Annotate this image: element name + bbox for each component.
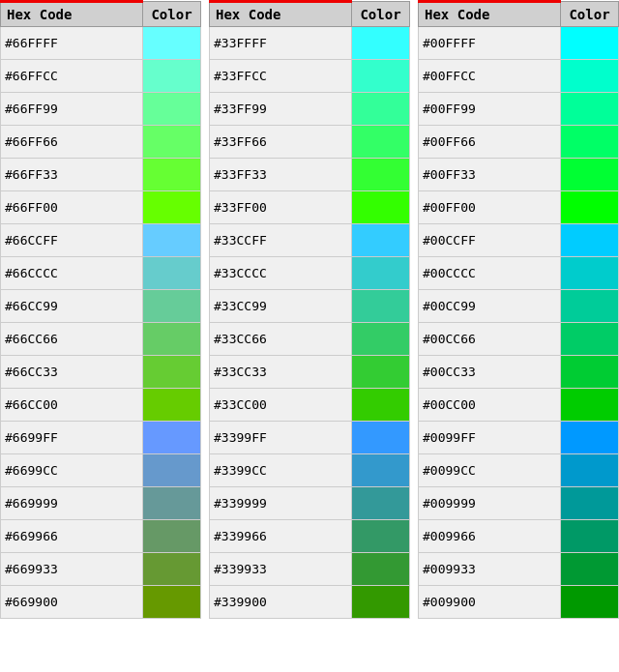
hex-code-cell: #00FF33: [419, 159, 561, 191]
color-swatch-cell: [143, 422, 201, 454]
color-swatch-cell: [352, 191, 410, 224]
hex-code-cell: #00CC66: [419, 323, 561, 356]
hex-code-cell: #6699CC: [1, 454, 143, 487]
table-row: #66FF66: [1, 126, 201, 159]
hex-code-cell: #66FF66: [1, 126, 143, 159]
hex-code-cell: #00CCCC: [419, 257, 561, 290]
table-row: #3399CC: [210, 454, 410, 487]
color-swatch-cell: [561, 389, 619, 422]
table-row: #66CCCC: [1, 257, 201, 290]
table-row: #33FF99: [210, 93, 410, 126]
color-swatch-cell: [352, 520, 410, 553]
table-row: #339933: [210, 553, 410, 586]
color-swatch-cell: [352, 257, 410, 290]
table-row: #00CC66: [419, 323, 619, 356]
hex-code-cell: #009966: [419, 520, 561, 553]
hex-code-cell: #0099FF: [419, 422, 561, 454]
color-swatch-cell: [143, 224, 201, 257]
main-container: Hex CodeColor#66FFFF#66FFCC#66FF99#66FF6…: [0, 0, 619, 619]
table-row: #6699CC: [1, 454, 201, 487]
color-swatch-cell: [561, 60, 619, 93]
color-swatch-cell: [561, 487, 619, 520]
table-row: #3399FF: [210, 422, 410, 454]
hex-code-cell: #0099CC: [419, 454, 561, 487]
table-row: #66CC99: [1, 290, 201, 323]
table-row: #33FFFF: [210, 27, 410, 60]
hex-code-cell: #009900: [419, 586, 561, 619]
table-row: #66CC33: [1, 356, 201, 389]
table-row: #00CC99: [419, 290, 619, 323]
table-row: #00FF99: [419, 93, 619, 126]
table-row: #66FF33: [1, 159, 201, 191]
color-swatch-cell: [143, 553, 201, 586]
hex-code-cell: #66FF00: [1, 191, 143, 224]
color-swatch-cell: [352, 389, 410, 422]
color-swatch-cell: [143, 520, 201, 553]
color-swatch-cell: [143, 27, 201, 60]
table-row: #66FFCC: [1, 60, 201, 93]
hex-code-cell: #669933: [1, 553, 143, 586]
table-row: #66FF00: [1, 191, 201, 224]
hex-code-cell: #66FF33: [1, 159, 143, 191]
table-row: #33CC33: [210, 356, 410, 389]
table-row: #339966: [210, 520, 410, 553]
table-row: #33CC66: [210, 323, 410, 356]
table-row: #339900: [210, 586, 410, 619]
hex-code-cell: #00CC00: [419, 389, 561, 422]
table-row: #009966: [419, 520, 619, 553]
table-row: #66FFFF: [1, 27, 201, 60]
table-row: #66FF99: [1, 93, 201, 126]
table-row: #33FF00: [210, 191, 410, 224]
hex-code-cell: #33FF99: [210, 93, 352, 126]
table3-header-0: Hex Code: [419, 2, 561, 27]
color-swatch-cell: [561, 27, 619, 60]
table-row: #00FFCC: [419, 60, 619, 93]
hex-code-cell: #6699FF: [1, 422, 143, 454]
color-swatch-cell: [143, 257, 201, 290]
hex-code-cell: #33CC00: [210, 389, 352, 422]
color-swatch-cell: [561, 520, 619, 553]
table-row: #00CC33: [419, 356, 619, 389]
hex-code-cell: #00CC33: [419, 356, 561, 389]
color-swatch-cell: [561, 257, 619, 290]
hex-code-cell: #66CC33: [1, 356, 143, 389]
table-row: #6699FF: [1, 422, 201, 454]
hex-code-cell: #3399CC: [210, 454, 352, 487]
hex-code-cell: #339966: [210, 520, 352, 553]
hex-code-cell: #33FFFF: [210, 27, 352, 60]
table-row: #00CCCC: [419, 257, 619, 290]
table-row: #0099FF: [419, 422, 619, 454]
hex-code-cell: #00FF99: [419, 93, 561, 126]
table-row: #669999: [1, 487, 201, 520]
color-swatch-cell: [561, 93, 619, 126]
table-row: #33FF33: [210, 159, 410, 191]
hex-code-cell: #3399FF: [210, 422, 352, 454]
hex-code-cell: #009999: [419, 487, 561, 520]
table-row: #00FFFF: [419, 27, 619, 60]
hex-code-cell: #33FF33: [210, 159, 352, 191]
table-row: #33CC99: [210, 290, 410, 323]
color-swatch-cell: [352, 159, 410, 191]
color-swatch-cell: [352, 487, 410, 520]
hex-code-cell: #33CC66: [210, 323, 352, 356]
table-row: #00FF00: [419, 191, 619, 224]
table-row: #669966: [1, 520, 201, 553]
color-swatch-cell: [352, 323, 410, 356]
table1-header-0: Hex Code: [1, 2, 143, 27]
color-swatch-cell: [143, 126, 201, 159]
table-row: #66CC00: [1, 389, 201, 422]
table-row: #669933: [1, 553, 201, 586]
table-row: #0099CC: [419, 454, 619, 487]
color-swatch-cell: [352, 224, 410, 257]
table-row: #33CC00: [210, 389, 410, 422]
table3-header-1: Color: [561, 2, 619, 27]
hex-code-cell: #00FF00: [419, 191, 561, 224]
hex-code-cell: #33CCFF: [210, 224, 352, 257]
color-swatch-cell: [143, 159, 201, 191]
table-row: #669900: [1, 586, 201, 619]
color-swatch-cell: [352, 60, 410, 93]
hex-code-cell: #00FFCC: [419, 60, 561, 93]
hex-code-cell: #00CCFF: [419, 224, 561, 257]
hex-code-cell: #00FFFF: [419, 27, 561, 60]
color-swatch-cell: [143, 323, 201, 356]
